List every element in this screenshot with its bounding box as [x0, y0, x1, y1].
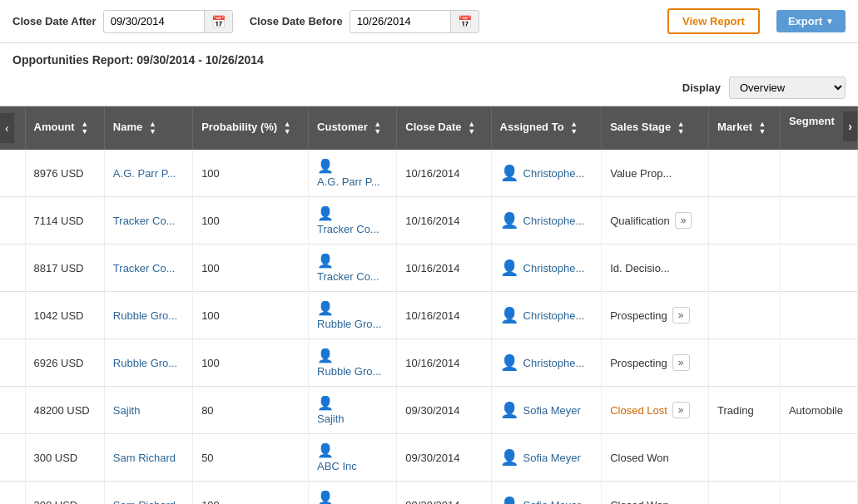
view-report-button[interactable]: View Report: [667, 8, 760, 34]
row-amount: 7114 USD: [25, 197, 104, 245]
col-header-segment[interactable]: Segment ›: [780, 106, 857, 150]
row-spacer: [0, 245, 25, 292]
assigned-user-icon: 👤: [500, 211, 518, 230]
row-segment: [780, 292, 857, 339]
table-row: 1042 USD Rubble Gro... 100 👤 Rubble Gro.…: [0, 292, 858, 339]
row-sales-stage: Id. Decisio...: [602, 245, 709, 292]
row-segment: [780, 197, 857, 245]
assigned-name-link[interactable]: Christophe...: [523, 215, 585, 227]
close-date-before-calendar-button[interactable]: 📅: [450, 11, 479, 32]
row-name: Tracker Co...: [104, 197, 192, 245]
row-spacer: [0, 387, 25, 434]
stage-next-button[interactable]: »: [672, 402, 690, 418]
col-header-customer[interactable]: Customer ▲▼: [309, 106, 397, 150]
stage-next-button[interactable]: »: [672, 354, 690, 371]
row-amount: 1042 USD: [25, 292, 104, 339]
col-header-assigned-to[interactable]: Assigned To ▲▼: [491, 106, 602, 150]
row-segment: [780, 339, 857, 387]
export-button[interactable]: Export ▼: [776, 10, 846, 32]
customer-person-icon: 👤: [317, 442, 334, 458]
scroll-right-button[interactable]: ›: [843, 111, 857, 141]
name-link[interactable]: Rubble Gro...: [113, 309, 177, 322]
row-assigned-to: 👤 Christophe...: [491, 197, 602, 245]
assigned-user-icon: 👤: [500, 259, 518, 277]
customer-link[interactable]: Rubble Gro...: [317, 318, 381, 330]
assigned-name-link[interactable]: Christophe...: [523, 309, 585, 322]
col-header-close-date[interactable]: Close Date ▲▼: [397, 106, 491, 150]
customer-person-icon: 👤: [317, 395, 334, 411]
market-sort-icon: ▲▼: [759, 121, 766, 136]
row-close-date: 09/30/2014: [397, 482, 491, 505]
row-amount: 300 USD: [25, 434, 104, 482]
row-customer: 👤 ABC Inc: [309, 482, 397, 505]
col-header-name[interactable]: Name ▲▼: [104, 106, 192, 150]
stage-label: Closed Won: [610, 499, 669, 505]
row-spacer: [0, 434, 25, 482]
row-name: A.G. Parr P...: [104, 150, 192, 197]
customer-person-icon: 👤: [317, 158, 334, 174]
table-row: 7114 USD Tracker Co... 100 👤 Tracker Co.…: [0, 197, 858, 245]
customer-link[interactable]: Sajith: [317, 413, 345, 425]
table-header-row: ‹ Amount ▲▼ Name ▲▼ Probability (%) ▲▼ C…: [0, 106, 858, 150]
row-segment: [780, 245, 857, 292]
row-name: Sam Richard: [104, 434, 192, 482]
customer-link[interactable]: Rubble Gro...: [317, 365, 381, 378]
close-date-after-input[interactable]: [104, 11, 204, 32]
row-sales-stage: Prospecting »: [602, 292, 709, 339]
row-probability: 80: [193, 387, 309, 434]
row-customer: 👤 Rubble Gro...: [309, 292, 397, 339]
row-probability: 100: [193, 482, 309, 505]
name-link[interactable]: A.G. Parr P...: [113, 167, 176, 180]
name-link[interactable]: Rubble Gro...: [113, 357, 177, 369]
row-probability: 100: [193, 245, 309, 292]
amount-sort-icon: ▲▼: [81, 121, 88, 136]
col-header-amount[interactable]: Amount ▲▼: [25, 106, 104, 150]
row-customer: 👤 Sajith: [309, 387, 397, 434]
close-date-after-calendar-button[interactable]: 📅: [204, 11, 232, 32]
row-sales-stage: Prospecting »: [602, 339, 709, 387]
assigned-user-icon: 👤: [500, 353, 518, 372]
close-date-before-input-wrap: 📅: [350, 10, 479, 33]
col-header-probability[interactable]: Probability (%) ▲▼: [193, 106, 309, 150]
name-link[interactable]: Tracker Co...: [113, 262, 176, 274]
row-probability: 100: [193, 292, 309, 339]
close-date-after-group: Close Date After 📅: [12, 10, 233, 33]
customer-link[interactable]: ABC Inc: [317, 460, 357, 472]
col-header-market[interactable]: Market ▲▼: [709, 106, 781, 150]
col-header-sales-stage[interactable]: Sales Stage ▲▼: [602, 106, 709, 150]
close-date-before-input[interactable]: [350, 11, 450, 32]
customer-link[interactable]: A.G. Parr P...: [317, 175, 380, 188]
stage-label: Prospecting: [610, 357, 667, 369]
assigned-name-link[interactable]: Christophe...: [523, 262, 585, 274]
customer-link[interactable]: Tracker Co...: [317, 223, 379, 235]
stage-next-button[interactable]: »: [672, 307, 690, 324]
table-row: 8817 USD Tracker Co... 100 👤 Tracker Co.…: [0, 245, 858, 292]
customer-sort-icon: ▲▼: [374, 121, 381, 136]
row-probability: 100: [193, 339, 309, 387]
close-date-after-label: Close Date After: [12, 15, 97, 27]
assigned-name-link[interactable]: Christophe...: [523, 167, 585, 180]
assigned-name-link[interactable]: Christophe...: [523, 357, 585, 369]
customer-link[interactable]: Tracker Co...: [317, 270, 379, 283]
row-market: [709, 150, 781, 197]
name-link[interactable]: Sajith: [113, 404, 141, 417]
table-row: 300 USD Sam Richard 50 👤 ABC Inc 09/30/2…: [0, 434, 858, 482]
customer-person-icon: 👤: [317, 205, 334, 221]
customer-person-icon: 👤: [317, 300, 334, 316]
row-customer: 👤 A.G. Parr P...: [309, 150, 397, 197]
display-select[interactable]: Overview Details: [729, 77, 846, 99]
stage-next-button[interactable]: »: [675, 212, 692, 229]
row-customer: 👤 Tracker Co...: [309, 245, 397, 292]
name-link[interactable]: Tracker Co...: [113, 215, 176, 227]
assigned-name-link[interactable]: Sofia Meyer: [523, 404, 581, 417]
row-spacer: [0, 150, 25, 197]
name-link[interactable]: Sam Richard: [113, 499, 176, 505]
scroll-left-button[interactable]: ‹: [0, 113, 14, 143]
assigned-name-link[interactable]: Sofia Meyer: [523, 499, 581, 505]
name-link[interactable]: Sam Richard: [113, 452, 176, 464]
assigned-name-link[interactable]: Sofia Meyer: [523, 452, 581, 464]
row-segment: [780, 482, 857, 505]
row-market: [709, 292, 781, 339]
row-sales-stage: Closed Lost »: [602, 387, 709, 434]
row-amount: 6926 USD: [25, 339, 104, 387]
